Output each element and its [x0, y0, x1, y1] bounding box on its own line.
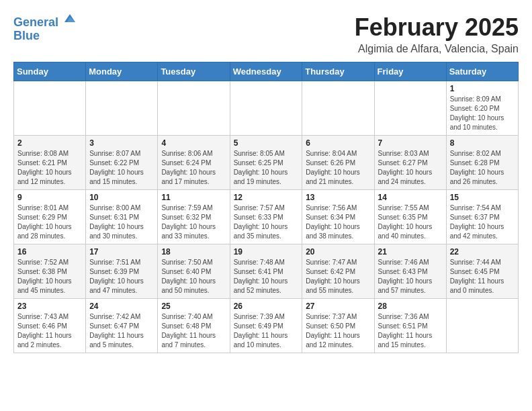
day-cell	[14, 81, 86, 136]
day-number: 16	[17, 247, 82, 257]
day-info: Sunrise: 7:52 AM Sunset: 6:38 PM Dayligh…	[17, 258, 82, 295]
day-info: Sunrise: 7:48 AM Sunset: 6:41 PM Dayligh…	[234, 258, 299, 295]
week-row-1: 1Sunrise: 8:09 AM Sunset: 6:20 PM Daylig…	[14, 81, 519, 136]
day-cell: 26Sunrise: 7:39 AM Sunset: 6:49 PM Dayli…	[230, 299, 302, 353]
day-cell: 9Sunrise: 8:01 AM Sunset: 6:29 PM Daylig…	[14, 190, 86, 244]
day-info: Sunrise: 7:37 AM Sunset: 6:50 PM Dayligh…	[306, 312, 370, 350]
day-number: 14	[378, 193, 443, 202]
day-cell: 5Sunrise: 8:05 AM Sunset: 6:25 PM Daylig…	[230, 136, 302, 190]
day-cell: 25Sunrise: 7:40 AM Sunset: 6:48 PM Dayli…	[158, 299, 230, 353]
day-info: Sunrise: 7:42 AM Sunset: 6:47 PM Dayligh…	[89, 312, 154, 350]
calendar-table: SundayMondayTuesdayWednesdayThursdayFrid…	[13, 62, 519, 353]
day-number: 2	[17, 138, 82, 148]
day-cell: 15Sunrise: 7:54 AM Sunset: 6:37 PM Dayli…	[446, 190, 518, 244]
day-info: Sunrise: 7:57 AM Sunset: 6:33 PM Dayligh…	[234, 203, 299, 241]
day-number: 28	[378, 302, 443, 311]
day-cell: 13Sunrise: 7:56 AM Sunset: 6:34 PM Dayli…	[302, 190, 374, 244]
calendar-title: February 2025	[355, 13, 519, 42]
day-info: Sunrise: 7:46 AM Sunset: 6:43 PM Dayligh…	[378, 258, 443, 295]
weekday-header-row: SundayMondayTuesdayWednesdayThursdayFrid…	[14, 62, 519, 81]
logo-text2: Blue	[13, 30, 77, 43]
day-number: 20	[306, 247, 370, 257]
day-number: 5	[234, 138, 299, 148]
day-cell: 8Sunrise: 8:02 AM Sunset: 6:28 PM Daylig…	[446, 136, 518, 190]
day-number: 26	[234, 302, 299, 311]
day-number: 7	[378, 138, 443, 148]
day-info: Sunrise: 8:05 AM Sunset: 6:25 PM Dayligh…	[234, 149, 299, 187]
day-number: 22	[450, 247, 515, 257]
day-cell: 18Sunrise: 7:50 AM Sunset: 6:40 PM Dayli…	[158, 244, 230, 299]
day-info: Sunrise: 7:55 AM Sunset: 6:35 PM Dayligh…	[378, 203, 443, 241]
day-cell: 17Sunrise: 7:51 AM Sunset: 6:39 PM Dayli…	[86, 244, 158, 299]
day-cell	[158, 81, 230, 136]
day-info: Sunrise: 7:54 AM Sunset: 6:37 PM Dayligh…	[450, 203, 515, 241]
day-info: Sunrise: 8:03 AM Sunset: 6:27 PM Dayligh…	[378, 149, 443, 187]
weekday-header-saturday: Saturday	[446, 62, 518, 81]
day-info: Sunrise: 8:04 AM Sunset: 6:26 PM Dayligh…	[306, 149, 370, 187]
week-row-3: 9Sunrise: 8:01 AM Sunset: 6:29 PM Daylig…	[14, 190, 519, 244]
day-info: Sunrise: 7:40 AM Sunset: 6:48 PM Dayligh…	[161, 312, 226, 350]
weekday-header-sunday: Sunday	[14, 62, 86, 81]
day-number: 19	[234, 247, 299, 257]
weekday-header-friday: Friday	[374, 62, 446, 81]
day-cell: 23Sunrise: 7:43 AM Sunset: 6:46 PM Dayli…	[14, 299, 86, 353]
header: General Blue February 2025 Algimia de Al…	[13, 13, 519, 55]
day-number: 8	[450, 138, 515, 148]
day-cell: 14Sunrise: 7:55 AM Sunset: 6:35 PM Dayli…	[374, 190, 446, 244]
day-cell: 2Sunrise: 8:08 AM Sunset: 6:21 PM Daylig…	[14, 136, 86, 190]
day-info: Sunrise: 8:07 AM Sunset: 6:22 PM Dayligh…	[89, 149, 154, 187]
day-cell: 4Sunrise: 8:06 AM Sunset: 6:24 PM Daylig…	[158, 136, 230, 190]
day-cell: 19Sunrise: 7:48 AM Sunset: 6:41 PM Dayli…	[230, 244, 302, 299]
day-info: Sunrise: 7:39 AM Sunset: 6:49 PM Dayligh…	[234, 312, 299, 350]
day-info: Sunrise: 8:08 AM Sunset: 6:21 PM Dayligh…	[17, 149, 82, 187]
day-number: 18	[161, 247, 226, 257]
day-number: 24	[89, 302, 154, 311]
day-cell: 6Sunrise: 8:04 AM Sunset: 6:26 PM Daylig…	[302, 136, 374, 190]
day-info: Sunrise: 8:06 AM Sunset: 6:24 PM Dayligh…	[161, 149, 226, 187]
day-number: 15	[450, 193, 515, 202]
day-number: 1	[450, 84, 515, 93]
day-number: 11	[161, 193, 226, 202]
day-number: 13	[306, 193, 370, 202]
day-number: 4	[161, 138, 226, 148]
day-info: Sunrise: 8:01 AM Sunset: 6:29 PM Dayligh…	[17, 203, 82, 241]
day-info: Sunrise: 8:00 AM Sunset: 6:31 PM Dayligh…	[89, 203, 154, 241]
day-cell: 28Sunrise: 7:36 AM Sunset: 6:51 PM Dayli…	[374, 299, 446, 353]
day-cell: 11Sunrise: 7:59 AM Sunset: 6:32 PM Dayli…	[158, 190, 230, 244]
day-info: Sunrise: 7:43 AM Sunset: 6:46 PM Dayligh…	[17, 312, 82, 350]
day-cell	[86, 81, 158, 136]
day-info: Sunrise: 7:51 AM Sunset: 6:39 PM Dayligh…	[89, 258, 154, 295]
day-number: 25	[161, 302, 226, 311]
day-cell: 24Sunrise: 7:42 AM Sunset: 6:47 PM Dayli…	[86, 299, 158, 353]
day-number: 10	[89, 193, 154, 202]
week-row-4: 16Sunrise: 7:52 AM Sunset: 6:38 PM Dayli…	[14, 244, 519, 299]
day-cell: 20Sunrise: 7:47 AM Sunset: 6:42 PM Dayli…	[302, 244, 374, 299]
week-row-2: 2Sunrise: 8:08 AM Sunset: 6:21 PM Daylig…	[14, 136, 519, 190]
logo-text: General	[13, 16, 77, 30]
day-info: Sunrise: 7:56 AM Sunset: 6:34 PM Dayligh…	[306, 203, 370, 241]
day-number: 17	[89, 247, 154, 257]
day-number: 23	[17, 302, 82, 311]
calendar-subtitle: Algimia de Alfara, Valencia, Spain	[355, 43, 519, 55]
weekday-header-thursday: Thursday	[302, 62, 374, 81]
day-cell: 3Sunrise: 8:07 AM Sunset: 6:22 PM Daylig…	[86, 136, 158, 190]
title-block: February 2025 Algimia de Alfara, Valenci…	[355, 13, 519, 55]
day-number: 3	[89, 138, 154, 148]
logo-icon	[63, 13, 77, 26]
day-cell: 12Sunrise: 7:57 AM Sunset: 6:33 PM Dayli…	[230, 190, 302, 244]
day-cell	[302, 81, 374, 136]
day-info: Sunrise: 7:36 AM Sunset: 6:51 PM Dayligh…	[378, 312, 443, 350]
day-info: Sunrise: 7:59 AM Sunset: 6:32 PM Dayligh…	[161, 203, 226, 241]
day-cell: 10Sunrise: 8:00 AM Sunset: 6:31 PM Dayli…	[86, 190, 158, 244]
day-cell	[230, 81, 302, 136]
day-info: Sunrise: 8:09 AM Sunset: 6:20 PM Dayligh…	[450, 95, 515, 132]
day-cell	[374, 81, 446, 136]
day-cell: 16Sunrise: 7:52 AM Sunset: 6:38 PM Dayli…	[14, 244, 86, 299]
day-info: Sunrise: 7:47 AM Sunset: 6:42 PM Dayligh…	[306, 258, 370, 295]
weekday-header-tuesday: Tuesday	[158, 62, 230, 81]
day-cell	[446, 299, 518, 353]
day-number: 21	[378, 247, 443, 257]
day-number: 6	[306, 138, 370, 148]
day-cell: 1Sunrise: 8:09 AM Sunset: 6:20 PM Daylig…	[446, 81, 518, 136]
logo: General Blue	[13, 16, 77, 43]
